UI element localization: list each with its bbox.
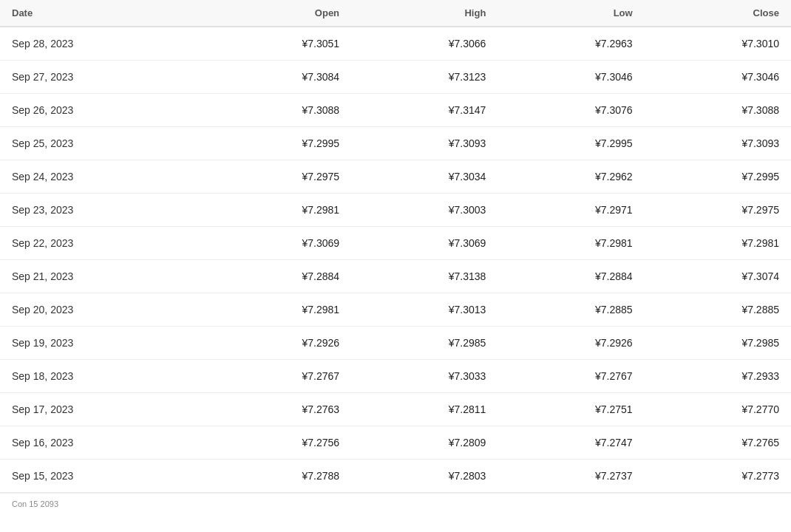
cell-date: Sep 23, 2023 (0, 194, 205, 227)
column-date: Date (0, 0, 205, 27)
cell-open: ¥7.2981 (205, 194, 351, 227)
table-row: Sep 22, 2023¥7.3069¥7.3069¥7.2981¥7.2981 (0, 227, 791, 260)
cell-low: ¥7.2751 (498, 393, 644, 426)
historical-data-table: Date Open High Low Close Sep 28, 2023¥7.… (0, 0, 791, 514)
cell-low: ¥7.3046 (498, 61, 644, 94)
cell-date: Sep 24, 2023 (0, 160, 205, 194)
cell-close: ¥7.2770 (645, 393, 791, 426)
cell-close: ¥7.2975 (645, 194, 791, 227)
table-row: Sep 18, 2023¥7.2767¥7.3033¥7.2767¥7.2933 (0, 360, 791, 393)
cell-open: ¥7.2981 (205, 293, 351, 327)
cell-date: Sep 27, 2023 (0, 61, 205, 94)
cell-low: ¥7.2885 (498, 293, 644, 327)
cell-low: ¥7.2926 (498, 327, 644, 360)
cell-open: ¥7.2788 (205, 460, 351, 493)
cell-high: ¥7.3034 (351, 160, 498, 194)
cell-close: ¥7.2773 (645, 460, 791, 493)
cell-close: ¥7.3010 (645, 27, 791, 61)
cell-date: Sep 18, 2023 (0, 360, 205, 393)
cell-close: ¥7.2981 (645, 227, 791, 260)
cell-close: ¥7.3093 (645, 127, 791, 160)
column-high: High (351, 0, 498, 27)
cell-high: ¥7.3013 (351, 293, 498, 327)
cell-low: ¥7.2963 (498, 27, 644, 61)
cell-close: ¥7.2765 (645, 426, 791, 460)
cell-date: Sep 16, 2023 (0, 426, 205, 460)
table-header: Date Open High Low Close (0, 0, 791, 27)
cell-close: ¥7.2885 (645, 293, 791, 327)
cell-close: ¥7.3074 (645, 260, 791, 293)
cell-date: Sep 22, 2023 (0, 227, 205, 260)
cell-low: ¥7.2995 (498, 127, 644, 160)
cell-low: ¥7.2981 (498, 227, 644, 260)
footer-note: Con 15 2093 (0, 493, 791, 514)
table-row: Sep 16, 2023¥7.2756¥7.2809¥7.2747¥7.2765 (0, 426, 791, 460)
cell-low: ¥7.2747 (498, 426, 644, 460)
table-row: Sep 28, 2023¥7.3051¥7.3066¥7.2963¥7.3010 (0, 27, 791, 61)
cell-open: ¥7.3051 (205, 27, 351, 61)
table-row: Sep 21, 2023¥7.2884¥7.3138¥7.2884¥7.3074 (0, 260, 791, 293)
cell-date: Sep 21, 2023 (0, 260, 205, 293)
cell-high: ¥7.2803 (351, 460, 498, 493)
cell-date: Sep 28, 2023 (0, 27, 205, 61)
cell-close: ¥7.2995 (645, 160, 791, 194)
table-row: Sep 25, 2023¥7.2995¥7.3093¥7.2995¥7.3093 (0, 127, 791, 160)
cell-high: ¥7.3123 (351, 61, 498, 94)
cell-high: ¥7.3003 (351, 194, 498, 227)
table-row: Sep 17, 2023¥7.2763¥7.2811¥7.2751¥7.2770 (0, 393, 791, 426)
cell-close: ¥7.3046 (645, 61, 791, 94)
cell-date: Sep 26, 2023 (0, 94, 205, 127)
cell-high: ¥7.3066 (351, 27, 498, 61)
cell-open: ¥7.3069 (205, 227, 351, 260)
cell-open: ¥7.3088 (205, 94, 351, 127)
cell-high: ¥7.2809 (351, 426, 498, 460)
cell-date: Sep 20, 2023 (0, 293, 205, 327)
cell-high: ¥7.2811 (351, 393, 498, 426)
cell-close: ¥7.2933 (645, 360, 791, 393)
cell-high: ¥7.3138 (351, 260, 498, 293)
cell-close: ¥7.2985 (645, 327, 791, 360)
cell-open: ¥7.2926 (205, 327, 351, 360)
cell-high: ¥7.3147 (351, 94, 498, 127)
cell-low: ¥7.2767 (498, 360, 644, 393)
cell-low: ¥7.2962 (498, 160, 644, 194)
cell-date: Sep 25, 2023 (0, 127, 205, 160)
cell-open: ¥7.2975 (205, 160, 351, 194)
cell-low: ¥7.2737 (498, 460, 644, 493)
table-row: Sep 19, 2023¥7.2926¥7.2985¥7.2926¥7.2985 (0, 327, 791, 360)
cell-date: Sep 17, 2023 (0, 393, 205, 426)
cell-open: ¥7.2763 (205, 393, 351, 426)
table-row: Sep 20, 2023¥7.2981¥7.3013¥7.2885¥7.2885 (0, 293, 791, 327)
cell-date: Sep 19, 2023 (0, 327, 205, 360)
cell-low: ¥7.3076 (498, 94, 644, 127)
table-row: Sep 23, 2023¥7.2981¥7.3003¥7.2971¥7.2975 (0, 194, 791, 227)
cell-open: ¥7.3084 (205, 61, 351, 94)
cell-close: ¥7.3088 (645, 94, 791, 127)
cell-low: ¥7.2971 (498, 194, 644, 227)
cell-low: ¥7.2884 (498, 260, 644, 293)
column-open: Open (205, 0, 351, 27)
cell-date: Sep 15, 2023 (0, 460, 205, 493)
cell-high: ¥7.3093 (351, 127, 498, 160)
cell-open: ¥7.2756 (205, 426, 351, 460)
column-close: Close (645, 0, 791, 27)
column-low: Low (498, 0, 644, 27)
cell-open: ¥7.2767 (205, 360, 351, 393)
table-row: Sep 26, 2023¥7.3088¥7.3147¥7.3076¥7.3088 (0, 94, 791, 127)
cell-high: ¥7.2985 (351, 327, 498, 360)
cell-open: ¥7.2995 (205, 127, 351, 160)
cell-open: ¥7.2884 (205, 260, 351, 293)
cell-high: ¥7.3069 (351, 227, 498, 260)
cell-high: ¥7.3033 (351, 360, 498, 393)
table-row: Sep 24, 2023¥7.2975¥7.3034¥7.2962¥7.2995 (0, 160, 791, 194)
table-body: Sep 28, 2023¥7.3051¥7.3066¥7.2963¥7.3010… (0, 27, 791, 493)
table-row: Sep 15, 2023¥7.2788¥7.2803¥7.2737¥7.2773 (0, 460, 791, 493)
table-row: Sep 27, 2023¥7.3084¥7.3123¥7.3046¥7.3046 (0, 61, 791, 94)
